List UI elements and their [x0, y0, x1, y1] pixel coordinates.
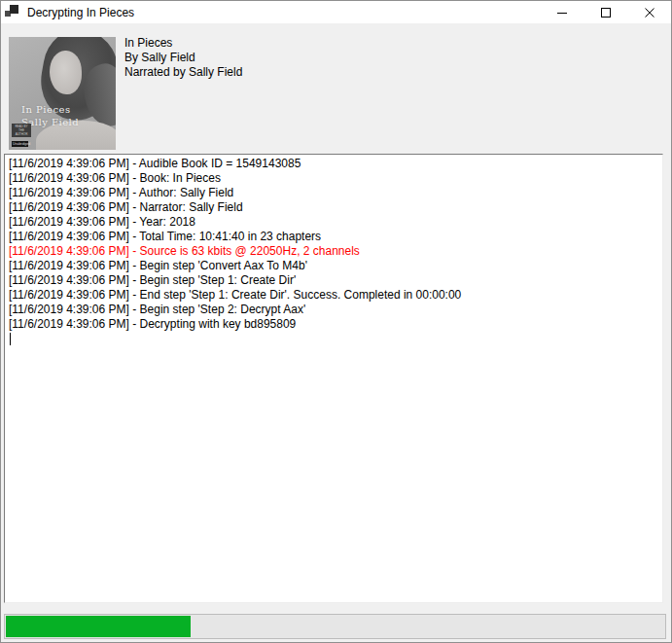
titlebar[interactable]: Decrypting In Pieces — [1, 1, 671, 23]
text-caret — [10, 333, 11, 345]
close-button[interactable] — [627, 1, 671, 23]
book-info: In Pieces By Sally Field Narrated by Sal… — [124, 36, 242, 80]
log-lines: [11/6/2019 4:39:06 PM] - Audible Book ID… — [9, 157, 658, 332]
cover-badge-unabridged: Unabridged — [12, 141, 28, 147]
log-line: [11/6/2019 4:39:06 PM] - Narrator: Sally… — [9, 200, 658, 215]
minimize-icon — [557, 8, 567, 18]
log-line: [11/6/2019 4:39:06 PM] - Year: 2018 — [9, 215, 658, 230]
book-title: In Pieces — [124, 36, 242, 51]
book-author: By Sally Field — [124, 51, 242, 65]
progress-bar — [4, 614, 666, 639]
cover-badge-read-by: READ BY THE AUTHOR — [12, 124, 31, 137]
log-line: [11/6/2019 4:39:06 PM] - Begin step 'Ste… — [9, 273, 658, 288]
log-line: [11/6/2019 4:39:06 PM] - Book: In Pieces — [9, 171, 658, 186]
log-line: [11/6/2019 4:39:06 PM] - Begin step 'Ste… — [9, 303, 658, 317]
log-line: [11/6/2019 4:39:06 PM] - Source is 63 kb… — [9, 244, 658, 259]
log-textbox[interactable]: [11/6/2019 4:39:06 PM] - Audible Book ID… — [4, 154, 663, 603]
progress-bar-fill — [6, 616, 191, 637]
app-icon-square-big — [10, 5, 18, 14]
book-narrator: Narrated by Sally Field — [124, 65, 242, 80]
window-title: Decrypting In Pieces — [27, 6, 134, 19]
maximize-icon — [601, 8, 611, 18]
log-line: [11/6/2019 4:39:06 PM] - Audible Book ID… — [9, 157, 658, 171]
app-window: Decrypting In Pieces — [0, 0, 672, 643]
maximize-button[interactable] — [584, 1, 627, 23]
minimize-button[interactable] — [540, 1, 584, 23]
book-cover: In Pieces Sally Field READ BY THE AUTHOR… — [9, 37, 116, 150]
log-line: [11/6/2019 4:39:06 PM] - Total Time: 10:… — [9, 230, 658, 244]
log-line: [11/6/2019 4:39:06 PM] - Begin step 'Con… — [9, 259, 658, 273]
close-icon — [645, 8, 654, 18]
client-area: In Pieces Sally Field READ BY THE AUTHOR… — [1, 23, 671, 642]
log-line: [11/6/2019 4:39:06 PM] - End step 'Step … — [9, 288, 658, 303]
cover-photo-face — [50, 51, 82, 94]
app-icon — [5, 5, 20, 20]
log-line: [11/6/2019 4:39:06 PM] - Author: Sally F… — [9, 186, 658, 200]
window-controls — [540, 1, 671, 23]
cover-title: In Pieces — [21, 103, 79, 116]
log-line: [11/6/2019 4:39:06 PM] - Decrypting with… — [9, 317, 658, 332]
